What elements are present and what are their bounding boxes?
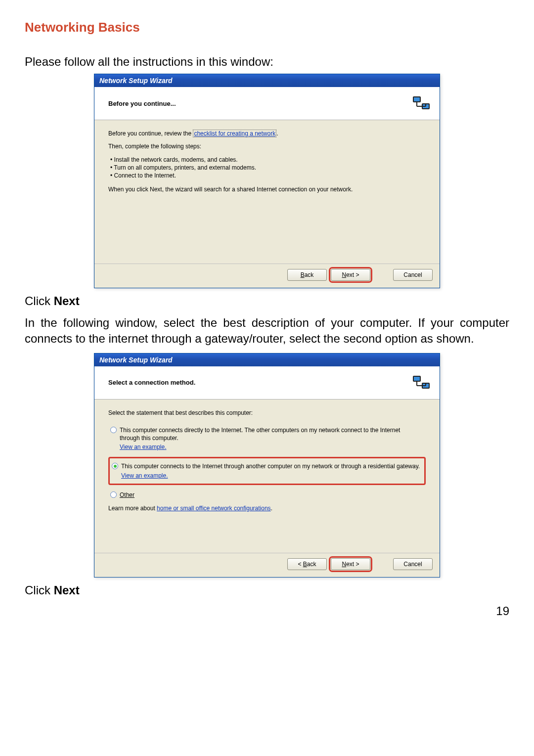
- wizard-window-before-continue: Network Setup Wizard Before you continue…: [94, 74, 440, 288]
- radio-label-text: Other: [120, 491, 134, 498]
- radio-label-text: This computer connects to the Internet t…: [121, 463, 420, 470]
- click-next-caption: Click Next: [25, 583, 509, 597]
- next-button[interactable]: Next >: [331, 269, 370, 281]
- cancel-button[interactable]: Cancel: [393, 558, 433, 570]
- view-example-link[interactable]: View an example.: [121, 472, 420, 480]
- learn-more-line: Learn more about home or small office ne…: [108, 505, 426, 512]
- click-next-word: Next: [54, 583, 80, 597]
- cancel-button[interactable]: Cancel: [393, 269, 433, 281]
- wizard-header-text: Before you continue...: [108, 100, 176, 107]
- click-prefix: Click: [25, 294, 54, 308]
- radio-option-other[interactable]: Other: [108, 487, 426, 503]
- page-number: 19: [25, 604, 509, 618]
- view-example-link[interactable]: View an example.: [120, 443, 422, 451]
- learn-more-link[interactable]: home or small office network configurati…: [157, 505, 271, 512]
- svg-rect-1: [414, 97, 420, 101]
- wizard-window-connection-method: Network Setup Wizard Select a connection…: [94, 353, 440, 578]
- back-button[interactable]: Back: [287, 269, 327, 281]
- radio-label-text: This computer connects directly to the I…: [120, 427, 400, 442]
- svg-rect-8: [414, 377, 420, 381]
- click-prefix: Click: [25, 583, 54, 597]
- network-icon: [411, 372, 432, 393]
- checklist-link[interactable]: checklist for creating a network: [193, 130, 276, 137]
- steps-list: Install the network cards, modems, and c…: [110, 156, 426, 180]
- radio-icon: [110, 427, 117, 433]
- click-next-caption: Click Next: [25, 294, 509, 308]
- back-button[interactable]: < Back: [287, 558, 327, 570]
- learn-more-trail: .: [271, 505, 272, 512]
- step-item: Turn on all computers, printers, and ext…: [110, 164, 426, 172]
- window-titlebar: Network Setup Wizard: [94, 354, 440, 366]
- radio-option-direct[interactable]: This computer connects directly to the I…: [108, 422, 426, 455]
- paragraph-description: In the following window, select the best…: [25, 315, 509, 347]
- then-line: Then, complete the following steps:: [108, 143, 426, 150]
- window-titlebar: Network Setup Wizard: [94, 74, 440, 87]
- step-item: Connect to the Internet.: [110, 172, 426, 179]
- click-next-word: Next: [54, 294, 80, 308]
- next-button[interactable]: Next >: [331, 558, 370, 570]
- radio-icon: [110, 491, 117, 498]
- intro-line: Before you continue, review the checklis…: [108, 130, 426, 137]
- intro-line-lead: Before you continue, review the: [108, 130, 193, 137]
- radio-icon: [112, 463, 118, 469]
- intro-line-trail: .: [276, 130, 278, 137]
- step-item: Install the network cards, modems, and c…: [110, 156, 426, 164]
- prompt-text: Select the statement that best describes…: [108, 409, 426, 416]
- learn-more-lead: Learn more about: [108, 505, 157, 512]
- page-title: Networking Basics: [25, 20, 509, 35]
- instruction-text: Please follow all the instructions in th…: [25, 55, 509, 69]
- final-line: When you click Next, the wizard will sea…: [108, 186, 426, 193]
- radio-option-gateway[interactable]: This computer connects to the Internet t…: [108, 457, 426, 485]
- wizard-header-text: Select a connection method.: [108, 379, 195, 386]
- network-icon: [411, 93, 432, 114]
